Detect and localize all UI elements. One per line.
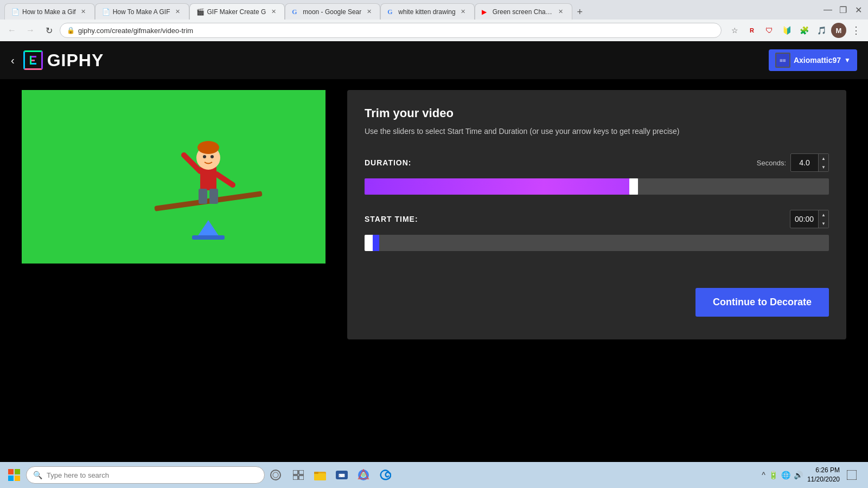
- user-avatar-icon: ≡≡: [775, 53, 790, 68]
- tab4-close[interactable]: ✕: [365, 8, 373, 16]
- svg-rect-6: [154, 191, 262, 211]
- window-controls: — ❐ ✕: [822, 4, 864, 15]
- new-tab-button[interactable]: +: [572, 4, 588, 20]
- media-icon[interactable]: 🎵: [814, 23, 829, 38]
- tab5-close[interactable]: ✕: [459, 8, 468, 16]
- start-time-spinner-arrows: ▲ ▼: [818, 210, 828, 228]
- minimize-button[interactable]: —: [822, 4, 833, 15]
- seconds-label: Seconds:: [757, 159, 786, 167]
- chrome-icon: [358, 469, 369, 481]
- tab3-title: GIF Maker Create G: [207, 8, 266, 16]
- svg-rect-21: [15, 476, 20, 481]
- avatar-svg: ≡≡: [776, 54, 789, 67]
- extension2-icon[interactable]: 🛡: [762, 23, 777, 38]
- task-view-button[interactable]: [289, 465, 308, 485]
- back-button[interactable]: ←: [4, 23, 20, 38]
- maximize-button[interactable]: ❐: [838, 4, 848, 15]
- duration-slider-track[interactable]: [365, 178, 829, 195]
- taskbar-apps: ⌨: [289, 465, 395, 485]
- tab6-title: Green screen Charac: [493, 8, 553, 16]
- battery-icon[interactable]: 🔋: [769, 471, 778, 479]
- taskbar-app-3[interactable]: ⌨: [332, 465, 352, 485]
- tab1-close[interactable]: ✕: [79, 8, 88, 16]
- giphy-logo-svg: [28, 55, 39, 66]
- back-arrow-button[interactable]: ‹: [11, 54, 15, 67]
- user-name-label: Axiomattic97: [794, 56, 841, 65]
- network-icon[interactable]: 🌐: [781, 471, 790, 479]
- svg-rect-19: [15, 469, 20, 474]
- start-time-control-group: START TIME: 00:00 ▲ ▼: [365, 210, 829, 251]
- profile-avatar[interactable]: M: [831, 23, 846, 38]
- tab-2[interactable]: 📄 How To Make A GIF ✕: [95, 3, 189, 20]
- taskbar-search-bar[interactable]: 🔍 Type here to search: [26, 466, 265, 484]
- edge-taskbar-button[interactable]: [375, 465, 395, 485]
- tab2-close[interactable]: ✕: [174, 8, 182, 16]
- tab3-close[interactable]: ✕: [269, 8, 278, 16]
- notification-button[interactable]: [844, 467, 859, 483]
- start-time-slider-white: [365, 235, 373, 251]
- url-text: giphy.com/create/gifmaker/video-trim: [78, 27, 193, 35]
- svg-rect-0: [30, 56, 31, 65]
- duration-spin-down[interactable]: ▼: [819, 163, 828, 171]
- user-badge[interactable]: ≡≡ Axiomattic97 ▼: [769, 49, 857, 71]
- svg-rect-27: [299, 476, 304, 480]
- continue-to-decorate-button[interactable]: Continue to Decorate: [695, 288, 829, 317]
- bookmark-icon[interactable]: ☆: [727, 23, 742, 38]
- duration-slider-thumb[interactable]: [629, 178, 638, 195]
- tab-6[interactable]: ▶ Green screen Charac ✕: [475, 3, 572, 20]
- svg-line-13: [216, 174, 233, 185]
- start-time-slider-track[interactable]: [365, 235, 829, 251]
- duration-spin-up[interactable]: ▲: [819, 154, 828, 163]
- close-button[interactable]: ✕: [853, 4, 864, 15]
- svg-rect-36: [847, 470, 857, 480]
- chrome-taskbar-button[interactable]: [354, 465, 373, 485]
- tab1-favicon: 📄: [11, 8, 19, 16]
- svg-point-22: [271, 470, 280, 480]
- tab-1[interactable]: 📄 How to Make a Gif ✕: [4, 3, 95, 20]
- duration-spinner-arrows: ▲ ▼: [818, 154, 828, 171]
- sound-icon[interactable]: 🔊: [794, 471, 803, 479]
- title-bar: 📄 How to Make a Gif ✕ 📄 How To Make A GI…: [0, 0, 868, 20]
- chevron-up-icon[interactable]: ^: [762, 471, 765, 479]
- cortana-icon: [270, 470, 281, 480]
- lock-icon: 🔒: [67, 27, 75, 34]
- address-bar[interactable]: 🔒 giphy.com/create/gifmaker/video-trim: [60, 23, 722, 38]
- refresh-button[interactable]: ↻: [41, 23, 56, 38]
- windows-logo-icon: [8, 469, 20, 481]
- svg-rect-8: [192, 235, 225, 240]
- trim-panel: Trim your video Use the sliders to selec…: [347, 90, 846, 339]
- taskbar-right-area: ^ 🔋 🌐 🔊 6:26 PM 11/20/2020: [762, 466, 864, 484]
- file-explorer-button[interactable]: [310, 465, 330, 485]
- start-time-spin-down[interactable]: ▼: [819, 219, 828, 228]
- svg-marker-7: [197, 220, 219, 236]
- tab2-favicon: 📄: [102, 8, 110, 16]
- search-placeholder-text: Type here to search: [47, 471, 109, 479]
- tab-5[interactable]: G white kitten drawing ✕: [380, 3, 474, 20]
- start-time-spinner[interactable]: 00:00 ▲ ▼: [790, 210, 829, 228]
- browser-window: 📄 How to Make a Gif ✕ 📄 How To Make A GI…: [0, 0, 868, 447]
- forward-button[interactable]: →: [23, 23, 38, 38]
- seconds-group: Seconds: 4.0 ▲ ▼: [757, 153, 829, 172]
- menu-icon[interactable]: ⋮: [848, 23, 864, 38]
- taskbar-clock[interactable]: 6:26 PM 11/20/2020: [807, 466, 840, 484]
- tab-3-active[interactable]: 🎬 GIF Maker Create G ✕: [189, 3, 285, 20]
- tab6-close[interactable]: ✕: [557, 8, 565, 16]
- duration-spinner[interactable]: 4.0 ▲ ▼: [790, 153, 829, 172]
- svg-text:≡≡: ≡≡: [780, 57, 786, 63]
- duration-slider-fill: [365, 178, 634, 195]
- extension3-icon[interactable]: 🔰: [779, 23, 794, 38]
- toolbar-icons: ☆ R 🛡 🔰 🧩 🎵 M ⋮: [727, 23, 864, 38]
- notification-icon-svg: [847, 470, 857, 480]
- duration-header: DURATION: Seconds: 4.0 ▲ ▼: [365, 153, 829, 172]
- extensions-icon[interactable]: 🧩: [796, 23, 812, 38]
- start-time-spin-up[interactable]: ▲: [819, 210, 828, 219]
- time-display: 6:26 PM: [807, 466, 840, 475]
- start-button[interactable]: [4, 465, 24, 485]
- giphy-header: ‹ GIPHY ≡≡: [0, 41, 868, 79]
- date-display: 11/20/2020: [807, 475, 840, 484]
- cortana-button[interactable]: [267, 466, 284, 484]
- start-time-slider-thumb[interactable]: [373, 235, 379, 251]
- svg-point-11: [197, 141, 219, 154]
- tab-4[interactable]: G moon - Google Sear ✕: [285, 3, 380, 20]
- extension1-icon[interactable]: R: [744, 23, 760, 38]
